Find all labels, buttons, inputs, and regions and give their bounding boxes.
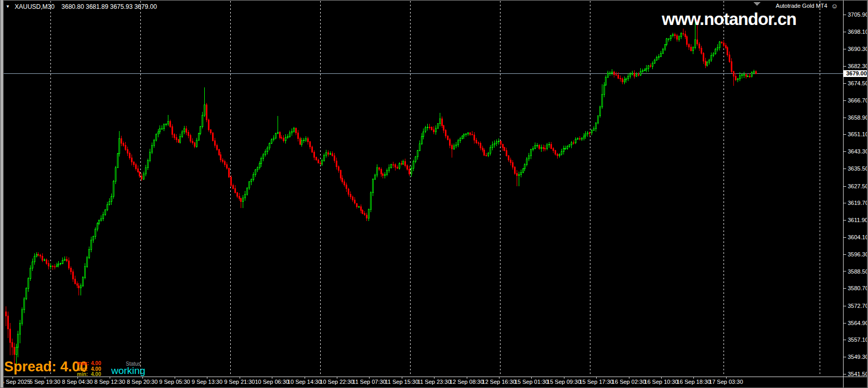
price-axis-label: 3596.30 <box>848 251 868 257</box>
watermark: www.notandor.cn <box>662 9 796 29</box>
candle-body <box>709 60 710 62</box>
candle-body <box>153 140 154 146</box>
window-frame-left-inner <box>3 0 4 388</box>
candle-body <box>186 129 187 133</box>
candle-body <box>297 133 298 138</box>
candle-body <box>644 70 645 71</box>
chart-shift-marker-icon[interactable] <box>753 2 760 6</box>
candle-body <box>660 54 661 57</box>
candle-body <box>198 134 199 140</box>
candle-body <box>371 193 372 210</box>
candle-body <box>265 151 266 154</box>
candle-body <box>81 286 82 288</box>
candle-body <box>464 134 465 136</box>
candle-body <box>380 170 382 174</box>
candle-body <box>752 72 753 76</box>
candle-body <box>518 174 519 175</box>
candle-body <box>83 277 84 286</box>
price-axis-label: 3698.10 <box>848 29 868 35</box>
candle-body <box>236 193 238 196</box>
candle-body <box>32 262 33 268</box>
candle-body <box>472 135 473 135</box>
candle-body <box>257 168 258 170</box>
candle-body <box>411 169 412 174</box>
candle-body <box>60 263 61 264</box>
candle-body <box>468 133 469 134</box>
candle-body <box>685 34 686 36</box>
candlestick-chart-canvas[interactable]: 3705.903698.103690.303682.303674.503666.… <box>0 0 868 388</box>
time-axis-label: 16 Sep 10:30 <box>644 379 678 385</box>
price-axis-label: 3635.50 <box>848 165 868 172</box>
candle-body <box>450 140 451 145</box>
price-axis-label: 3588.50 <box>848 268 868 275</box>
candle-body <box>16 347 17 354</box>
spread-max-label: max: <box>77 361 91 367</box>
candle-body <box>488 153 489 156</box>
candle-body <box>658 56 659 57</box>
candle-body <box>143 174 144 179</box>
time-axis-label: 15 Sep 09:30 <box>547 379 581 385</box>
time-axis-label: 10 Sep 14:30 <box>287 379 321 385</box>
candle-body <box>490 147 491 153</box>
candle-body <box>433 130 434 132</box>
candle-body <box>366 215 367 218</box>
candle-body <box>6 312 7 316</box>
candle-body <box>612 72 613 73</box>
candle-body <box>498 141 499 142</box>
candle-body <box>743 75 744 75</box>
candle-body <box>283 138 284 141</box>
candle-body <box>50 266 51 267</box>
spread-stats-block: max:4.00 avg:4.00 min:4.00 <box>77 361 101 378</box>
candle-body <box>125 145 126 149</box>
candle-body <box>322 161 323 164</box>
candle-body <box>579 138 580 139</box>
candle-body <box>630 74 631 76</box>
candle-body <box>664 45 665 49</box>
candle-body <box>435 128 436 132</box>
candle-body <box>162 128 163 129</box>
candle-body <box>328 153 329 154</box>
candle-body <box>725 46 726 48</box>
candle-body <box>261 158 262 163</box>
candle-body <box>263 155 264 159</box>
time-axis-label: 5 Sep 19:30 <box>30 379 60 385</box>
candle-body <box>225 161 226 164</box>
candle-body <box>135 164 136 169</box>
candle-body <box>26 289 27 299</box>
spread-avg-value: 4.00 <box>91 366 101 372</box>
candle-body <box>352 197 353 200</box>
price-axis-label: 3549.30 <box>848 354 868 360</box>
candle-body <box>164 125 165 129</box>
candle-body <box>200 127 201 134</box>
candle-body <box>506 151 507 156</box>
candle-body <box>194 143 195 146</box>
candle-body <box>149 152 150 161</box>
candle-body <box>457 140 458 145</box>
candle-body <box>614 72 615 75</box>
candle-body <box>202 115 203 127</box>
candle-body <box>34 256 35 262</box>
candle-body <box>334 156 335 161</box>
candle-body <box>441 119 442 125</box>
candle-body <box>462 136 463 138</box>
candle-body <box>301 140 303 144</box>
candle-body <box>243 198 244 201</box>
candle-body <box>749 76 751 76</box>
time-axis-label: 9 Sep 13:30 <box>192 379 222 385</box>
candle-body <box>721 42 722 43</box>
candle-body <box>622 79 623 82</box>
symbol-dropdown-icon[interactable]: ▼ <box>6 4 10 9</box>
candle-body <box>583 136 584 138</box>
candle-body <box>279 132 280 137</box>
candle-body <box>64 259 65 261</box>
spread-min-value: 4.00 <box>91 371 101 377</box>
candle-body <box>376 168 377 175</box>
candle-body <box>358 206 359 207</box>
candle-body <box>148 160 149 167</box>
price-axis-label: 3580.70 <box>848 285 868 291</box>
candle-body <box>11 343 12 347</box>
candle-body <box>638 75 639 75</box>
candle-body <box>28 278 29 289</box>
candle-body <box>383 174 384 175</box>
candle-body <box>545 148 546 149</box>
